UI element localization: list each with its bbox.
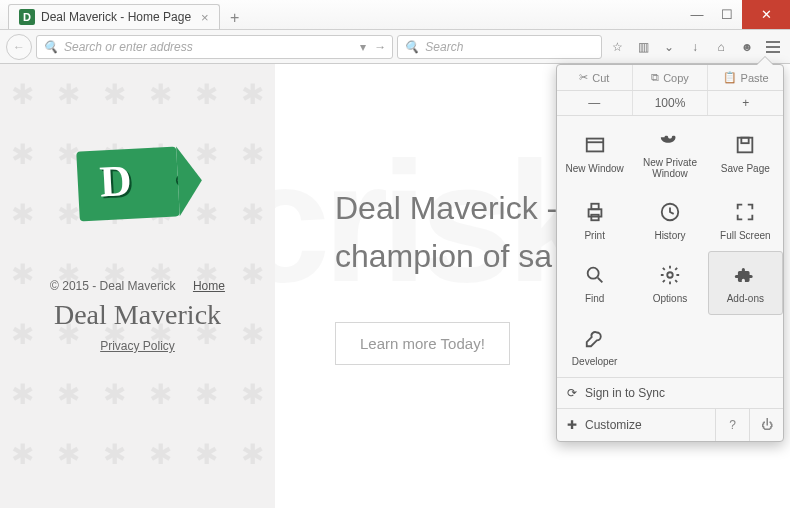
learn-more-button[interactable]: Learn more Today! bbox=[335, 322, 510, 365]
paste-button[interactable]: 📋Paste bbox=[708, 65, 783, 90]
svg-line-9 bbox=[597, 278, 602, 283]
svg-point-8 bbox=[587, 268, 598, 279]
window-minimize-button[interactable]: — bbox=[682, 0, 712, 29]
navigation-toolbar: ← 🔍 Search or enter address ▾ → 🔍 Search… bbox=[0, 30, 790, 64]
window-maximize-button[interactable]: ☐ bbox=[712, 0, 742, 29]
menu-customize[interactable]: ✚ Customize bbox=[557, 410, 715, 440]
logo: D bbox=[78, 149, 198, 219]
search-icon: 🔍 bbox=[404, 40, 419, 54]
tab-title: Deal Maverick - Home Page bbox=[41, 10, 191, 24]
gear-icon bbox=[657, 262, 683, 288]
help-button[interactable]: ? bbox=[715, 409, 749, 441]
dropdown-icon[interactable]: ▾ bbox=[360, 40, 366, 54]
save-icon bbox=[732, 132, 758, 158]
close-tab-icon[interactable]: × bbox=[201, 10, 209, 25]
menu-save-page[interactable]: Save Page bbox=[708, 116, 783, 189]
browser-tab[interactable]: D Deal Maverick - Home Page × bbox=[8, 4, 220, 29]
menu-fullscreen[interactable]: Full Screen bbox=[708, 189, 783, 251]
svg-rect-0 bbox=[586, 138, 603, 151]
menu-developer[interactable]: Developer bbox=[557, 315, 632, 377]
cut-button[interactable]: ✂Cut bbox=[557, 65, 633, 90]
logo-letter: D bbox=[98, 155, 132, 208]
search-icon: 🔍 bbox=[43, 40, 58, 54]
clock-icon bbox=[657, 199, 683, 225]
quit-button[interactable]: ⏻ bbox=[749, 409, 783, 441]
home-icon[interactable]: ⌂ bbox=[710, 36, 732, 58]
menu-sign-in-sync[interactable]: ⟳ Sign in to Sync bbox=[557, 378, 783, 408]
brand-name: Deal Maverick bbox=[0, 299, 275, 331]
svg-point-10 bbox=[667, 272, 673, 278]
copyright-text: © 2015 - Deal Maverick bbox=[50, 279, 176, 293]
sync-icon: ⟳ bbox=[567, 386, 577, 400]
search-icon bbox=[582, 262, 608, 288]
bookmark-star-icon[interactable]: ☆ bbox=[606, 36, 628, 58]
pocket-icon[interactable]: ⌄ bbox=[658, 36, 680, 58]
mask-icon bbox=[657, 126, 683, 152]
window-icon bbox=[582, 132, 608, 158]
print-icon bbox=[582, 199, 608, 225]
search-placeholder: Search bbox=[425, 40, 463, 54]
plus-box-icon: ✚ bbox=[567, 418, 577, 432]
privacy-link[interactable]: Privacy Policy bbox=[0, 339, 275, 353]
menu-print[interactable]: Print bbox=[557, 189, 632, 251]
menu-options[interactable]: Options bbox=[632, 251, 707, 315]
fullscreen-icon bbox=[732, 199, 758, 225]
clipboard-icon: 📋 bbox=[723, 71, 737, 84]
svg-rect-2 bbox=[738, 137, 753, 152]
page-sidebar: ✱✱✱✱✱✱ ✱✱✱✱✱✱ ✱✱✱✱✱✱ ✱✱✱✱✱✱ ✱✱✱✱✱✱ ✱✱✱✱✱… bbox=[0, 64, 275, 508]
chat-icon[interactable]: ☻ bbox=[736, 36, 758, 58]
sidebar-icon[interactable]: ▥ bbox=[632, 36, 654, 58]
svg-rect-3 bbox=[742, 137, 749, 143]
home-link[interactable]: Home bbox=[193, 279, 225, 293]
tab-favicon: D bbox=[19, 9, 35, 25]
menu-addons[interactable]: Add-ons bbox=[708, 251, 783, 315]
downloads-icon[interactable]: ↓ bbox=[684, 36, 706, 58]
reload-icon[interactable]: → bbox=[374, 40, 386, 54]
address-bar[interactable]: 🔍 Search or enter address ▾ → bbox=[36, 35, 393, 59]
menu-new-window[interactable]: New Window bbox=[557, 116, 632, 189]
menu-private-window[interactable]: New Private Window bbox=[632, 116, 707, 189]
menu-history[interactable]: History bbox=[632, 189, 707, 251]
search-bar[interactable]: 🔍 Search bbox=[397, 35, 602, 59]
zoom-in-button[interactable]: + bbox=[708, 91, 783, 115]
zoom-out-button[interactable]: — bbox=[557, 91, 633, 115]
svg-rect-5 bbox=[591, 204, 598, 210]
titlebar: D Deal Maverick - Home Page × + — ☐ ✕ bbox=[0, 0, 790, 30]
copy-icon: ⧉ bbox=[651, 71, 659, 84]
url-placeholder: Search or enter address bbox=[64, 40, 193, 54]
menu-find[interactable]: Find bbox=[557, 251, 632, 315]
new-tab-button[interactable]: + bbox=[224, 6, 246, 29]
hamburger-icon bbox=[762, 36, 784, 58]
app-menu-panel: ✂Cut ⧉Copy 📋Paste — 100% + New Window Ne… bbox=[556, 64, 784, 442]
puzzle-icon bbox=[732, 262, 758, 288]
zoom-level: 100% bbox=[633, 91, 709, 115]
scissors-icon: ✂ bbox=[579, 71, 588, 84]
copy-button[interactable]: ⧉Copy bbox=[633, 65, 709, 90]
wrench-icon bbox=[582, 325, 608, 351]
back-button[interactable]: ← bbox=[6, 34, 32, 60]
menu-button[interactable] bbox=[762, 36, 784, 58]
window-close-button[interactable]: ✕ bbox=[742, 0, 790, 29]
